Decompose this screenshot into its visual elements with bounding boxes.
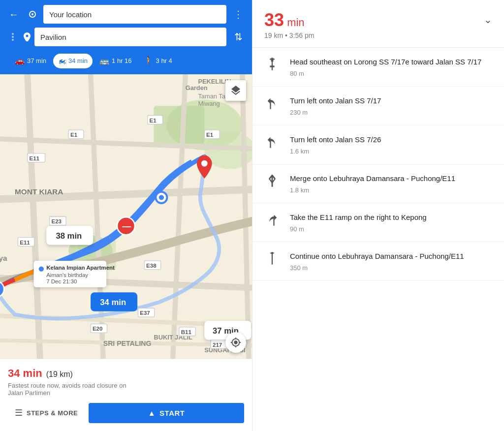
svg-text:SRI PETALING: SRI PETALING xyxy=(103,339,152,347)
direction-icon-2 xyxy=(264,135,280,149)
map-layers-button[interactable] xyxy=(225,80,246,101)
svg-text:—: — xyxy=(122,221,131,231)
svg-text:MONT KIARA: MONT KIARA xyxy=(15,187,63,196)
direction-content-0: Head southeast on Lorong SS 7/17e toward… xyxy=(290,57,492,77)
direction-item: Turn left onto Jalan SS 7/17 230 m xyxy=(252,87,504,125)
svg-text:E23: E23 xyxy=(51,218,62,224)
straight-up-icon xyxy=(265,58,279,71)
more-options-button[interactable]: ⋮ xyxy=(230,8,246,20)
route-time-display: 33 min xyxy=(264,10,314,31)
direction-instruction-4: Take the E11 ramp on the right to Kepong xyxy=(290,212,492,222)
bottom-route-info: 34 min (19 km) Fastest route now, avoids… xyxy=(0,359,252,431)
svg-rect-70 xyxy=(272,59,273,70)
transport-car[interactable]: 🚗 37 min xyxy=(10,53,51,68)
destination-input[interactable] xyxy=(34,28,226,46)
destination-pin-icon xyxy=(24,32,31,41)
map-area[interactable]: OTA NSARA MONT KIARA aling Jaya SRI PETA… xyxy=(0,74,252,359)
transport-walk[interactable]: 🚶 3 hr 4 xyxy=(139,53,177,68)
svg-text:Garden: Garden xyxy=(186,84,208,92)
direction-distance-3: 1.8 km xyxy=(290,186,492,194)
direction-instruction-3: Merge onto Lebuhraya Damansara - Puchong… xyxy=(290,173,492,184)
transit-time-label: 1 hr 16 xyxy=(112,57,131,64)
direction-content-1: Turn left onto Jalan SS 7/17 230 m xyxy=(290,95,492,116)
route-min-unit: min xyxy=(284,16,305,29)
car-time-label: 37 min xyxy=(27,57,46,64)
start-navigation-button[interactable]: ▲ START xyxy=(89,403,244,423)
left-panel: ← ⋮ ⇅ 🚗 37 min xyxy=(0,0,252,431)
map-background: OTA NSARA MONT KIARA aling Jaya SRI PETA… xyxy=(0,74,252,359)
route-dots-icon xyxy=(6,33,20,41)
transport-motorcycle[interactable]: 🏍 34 min xyxy=(53,54,93,68)
svg-rect-2 xyxy=(154,106,205,144)
direction-item: Merge onto Lebuhraya Damansara - Puchong… xyxy=(252,164,504,203)
direction-distance-2: 1.6 km xyxy=(290,148,492,155)
route-description: Fastest route now, avoids road closure o… xyxy=(8,382,244,397)
continue-straight-icon xyxy=(265,252,279,266)
header-top-row: ← ⋮ xyxy=(6,5,246,24)
steps-list-icon: ☰ xyxy=(15,407,23,418)
map-header: ← ⋮ ⇅ 🚗 37 min xyxy=(0,0,252,74)
motorcycle-icon: 🏍 xyxy=(58,57,66,65)
turn-left-2-icon xyxy=(265,135,279,149)
motorcycle-time-label: 34 min xyxy=(68,57,88,64)
svg-rect-72 xyxy=(270,102,271,109)
origin-input[interactable] xyxy=(43,5,226,24)
directions-list: Head southeast on Lorong SS 7/17e toward… xyxy=(252,48,504,431)
route-distance: (19 km) xyxy=(46,370,73,379)
svg-rect-75 xyxy=(272,253,273,264)
svg-text:Kelana Impian Apartment: Kelana Impian Apartment xyxy=(46,265,115,271)
layers-icon xyxy=(230,85,242,96)
svg-point-52 xyxy=(159,195,164,200)
svg-text:E1: E1 xyxy=(70,132,78,138)
direction-distance-4: 90 m xyxy=(290,225,492,233)
merge-icon xyxy=(265,174,279,188)
navigation-arrow-icon: ▲ xyxy=(148,409,156,417)
svg-text:E1: E1 xyxy=(150,118,157,123)
direction-icon-4 xyxy=(264,213,280,227)
svg-point-50 xyxy=(201,160,208,167)
svg-text:E11: E11 xyxy=(29,155,39,161)
svg-text:E11: E11 xyxy=(20,240,30,246)
current-location-icon xyxy=(26,7,39,21)
svg-text:Taman Ta: Taman Ta xyxy=(198,92,225,100)
my-location-icon xyxy=(230,337,241,348)
svg-text:E37: E37 xyxy=(140,310,150,316)
steps-more-button[interactable]: ☰ STEPS & MORE xyxy=(8,402,85,423)
location-circle-icon xyxy=(29,11,36,18)
direction-distance-5: 350 m xyxy=(290,264,492,272)
svg-rect-73 xyxy=(270,141,271,148)
route-meta-info: 19 km • 3:56 pm xyxy=(264,31,314,39)
start-label: START xyxy=(159,409,185,417)
header-bottom-row: ⇅ xyxy=(6,28,246,46)
svg-text:B11: B11 xyxy=(181,329,192,335)
direction-instruction-5: Continue onto Lebuhraya Damansara - Puch… xyxy=(290,251,492,261)
direction-instruction-1: Turn left onto Jalan SS 7/17 xyxy=(290,95,492,106)
ramp-right-icon xyxy=(265,213,279,227)
back-button[interactable]: ← xyxy=(6,9,22,20)
route-minutes: 33 xyxy=(264,10,284,30)
transport-transit[interactable]: 🚌 1 hr 16 xyxy=(94,53,136,68)
svg-text:7 Dec 21:30: 7 Dec 21:30 xyxy=(46,278,77,284)
steps-label: STEPS & MORE xyxy=(27,409,78,417)
route-time-block: 33 min 19 km • 3:56 pm xyxy=(264,10,314,39)
transit-icon: 🚌 xyxy=(99,56,109,65)
svg-rect-74 xyxy=(273,219,274,226)
svg-text:38 min: 38 min xyxy=(56,231,82,241)
swap-directions-button[interactable]: ⇅ xyxy=(230,31,246,43)
direction-content-5: Continue onto Lebuhraya Damansara - Puch… xyxy=(290,251,492,272)
direction-icon-0 xyxy=(264,58,280,71)
svg-text:E38: E38 xyxy=(146,263,157,269)
direction-item: Continue onto Lebuhraya Damansara - Puch… xyxy=(252,242,504,281)
direction-item: Head southeast on Lorong SS 7/17e toward… xyxy=(252,48,504,87)
svg-text:217: 217 xyxy=(213,342,222,348)
svg-rect-71 xyxy=(270,65,274,67)
svg-text:E20: E20 xyxy=(93,326,103,332)
direction-content-3: Merge onto Lebuhraya Damansara - Puchong… xyxy=(290,173,492,194)
directions-panel: 33 min 19 km • 3:56 pm ⌄ Head southeast … xyxy=(252,0,504,431)
collapse-button[interactable]: ⌄ xyxy=(484,14,492,26)
direction-item: Turn left onto Jalan SS 7/26 1.6 km xyxy=(252,125,504,164)
svg-text:aling Jaya: aling Jaya xyxy=(0,254,7,262)
direction-icon-1 xyxy=(264,96,280,110)
route-summary-header: 33 min 19 km • 3:56 pm ⌄ xyxy=(252,0,504,48)
my-location-button[interactable] xyxy=(225,332,246,353)
